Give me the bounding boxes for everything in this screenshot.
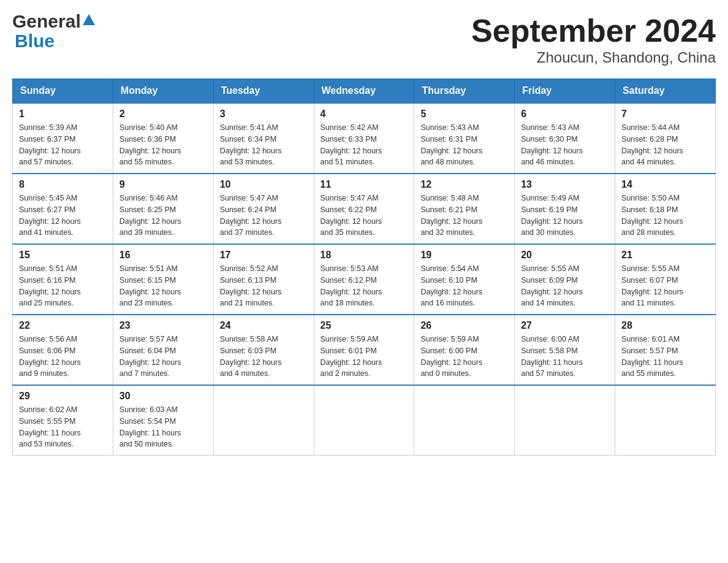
table-row: 6 Sunrise: 5:43 AMSunset: 6:30 PMDayligh… [515, 103, 615, 174]
table-row [615, 385, 716, 456]
table-row: 23 Sunrise: 5:57 AMSunset: 6:04 PMDaylig… [113, 315, 213, 385]
header-saturday: Saturday [615, 79, 716, 104]
day-info: Sunrise: 5:55 AMSunset: 6:09 PMDaylight:… [521, 263, 609, 309]
day-info: Sunrise: 5:48 AMSunset: 6:21 PMDaylight:… [420, 193, 508, 239]
table-row [314, 385, 414, 456]
day-number: 27 [521, 320, 609, 331]
day-number: 29 [19, 391, 107, 402]
day-info: Sunrise: 5:59 AMSunset: 6:00 PMDaylight:… [420, 334, 508, 380]
day-info: Sunrise: 5:59 AMSunset: 6:01 PMDaylight:… [320, 334, 408, 380]
header-wednesday: Wednesday [314, 79, 414, 104]
day-number: 14 [621, 179, 709, 190]
table-row: 21 Sunrise: 5:55 AMSunset: 6:07 PMDaylig… [615, 244, 716, 315]
table-row: 11 Sunrise: 5:47 AMSunset: 6:22 PMDaylig… [314, 174, 414, 244]
day-info: Sunrise: 5:57 AMSunset: 6:04 PMDaylight:… [119, 334, 207, 380]
table-row: 1 Sunrise: 5:39 AMSunset: 6:37 PMDayligh… [13, 103, 113, 174]
day-number: 19 [420, 250, 508, 261]
table-row: 20 Sunrise: 5:55 AMSunset: 6:09 PMDaylig… [515, 244, 615, 315]
day-info: Sunrise: 5:43 AMSunset: 6:30 PMDaylight:… [521, 122, 609, 168]
calendar-week-row: 15 Sunrise: 5:51 AMSunset: 6:16 PMDaylig… [13, 244, 716, 315]
header-friday: Friday [515, 79, 615, 104]
day-number: 30 [119, 391, 207, 402]
day-info: Sunrise: 5:56 AMSunset: 6:06 PMDaylight:… [19, 334, 107, 380]
day-number: 8 [19, 179, 107, 190]
day-info: Sunrise: 5:54 AMSunset: 6:10 PMDaylight:… [420, 263, 508, 309]
day-number: 16 [119, 250, 207, 261]
day-info: Sunrise: 6:01 AMSunset: 5:57 PMDaylight:… [621, 334, 709, 380]
day-number: 15 [19, 250, 107, 261]
logo: General Blue [12, 12, 95, 52]
day-number: 10 [220, 179, 308, 190]
table-row: 7 Sunrise: 5:44 AMSunset: 6:28 PMDayligh… [615, 103, 716, 174]
title-block: September 2024 Zhoucun, Shandong, China [471, 12, 716, 66]
table-row [515, 385, 615, 456]
table-row: 5 Sunrise: 5:43 AMSunset: 6:31 PMDayligh… [414, 103, 515, 174]
day-number: 23 [119, 320, 207, 331]
day-info: Sunrise: 5:47 AMSunset: 6:22 PMDaylight:… [320, 193, 408, 239]
calendar-subtitle: Zhoucun, Shandong, China [471, 49, 716, 66]
day-info: Sunrise: 5:43 AMSunset: 6:31 PMDaylight:… [420, 122, 508, 168]
table-row: 29 Sunrise: 6:02 AMSunset: 5:55 PMDaylig… [13, 385, 113, 456]
table-row: 13 Sunrise: 5:49 AMSunset: 6:19 PMDaylig… [515, 174, 615, 244]
table-row: 14 Sunrise: 5:50 AMSunset: 6:18 PMDaylig… [615, 174, 716, 244]
day-number: 22 [19, 320, 107, 331]
day-info: Sunrise: 5:40 AMSunset: 6:36 PMDaylight:… [119, 122, 207, 168]
table-row [414, 385, 515, 456]
day-info: Sunrise: 5:50 AMSunset: 6:18 PMDaylight:… [621, 193, 709, 239]
calendar-header-row: Sunday Monday Tuesday Wednesday Thursday… [13, 79, 716, 104]
day-number: 11 [320, 179, 408, 190]
day-info: Sunrise: 5:39 AMSunset: 6:37 PMDaylight:… [19, 122, 107, 168]
day-info: Sunrise: 5:51 AMSunset: 6:16 PMDaylight:… [19, 263, 107, 309]
day-number: 2 [119, 109, 207, 120]
logo-triangle-icon [83, 14, 95, 25]
day-number: 28 [621, 320, 709, 331]
day-number: 24 [220, 320, 308, 331]
day-number: 6 [521, 109, 609, 120]
day-info: Sunrise: 5:49 AMSunset: 6:19 PMDaylight:… [521, 193, 609, 239]
day-number: 21 [621, 250, 709, 261]
table-row: 25 Sunrise: 5:59 AMSunset: 6:01 PMDaylig… [314, 315, 414, 385]
calendar-table: Sunday Monday Tuesday Wednesday Thursday… [12, 79, 716, 456]
day-number: 17 [220, 250, 308, 261]
table-row: 27 Sunrise: 6:00 AMSunset: 5:58 PMDaylig… [515, 315, 615, 385]
calendar-week-row: 29 Sunrise: 6:02 AMSunset: 5:55 PMDaylig… [13, 385, 716, 456]
header-sunday: Sunday [13, 79, 113, 104]
header-monday: Monday [113, 79, 213, 104]
calendar-title: September 2024 [471, 12, 716, 49]
day-info: Sunrise: 5:45 AMSunset: 6:27 PMDaylight:… [19, 193, 107, 239]
day-info: Sunrise: 5:58 AMSunset: 6:03 PMDaylight:… [220, 334, 308, 380]
day-number: 4 [320, 109, 408, 120]
table-row: 28 Sunrise: 6:01 AMSunset: 5:57 PMDaylig… [615, 315, 716, 385]
logo-blue-text: Blue [15, 31, 55, 52]
day-info: Sunrise: 5:46 AMSunset: 6:25 PMDaylight:… [119, 193, 207, 239]
logo-general-text: General [12, 12, 81, 31]
day-info: Sunrise: 5:44 AMSunset: 6:28 PMDaylight:… [621, 122, 709, 168]
table-row: 15 Sunrise: 5:51 AMSunset: 6:16 PMDaylig… [13, 244, 113, 315]
calendar-week-row: 8 Sunrise: 5:45 AMSunset: 6:27 PMDayligh… [13, 174, 716, 244]
day-number: 13 [521, 179, 609, 190]
table-row: 12 Sunrise: 5:48 AMSunset: 6:21 PMDaylig… [414, 174, 515, 244]
header-thursday: Thursday [414, 79, 515, 104]
table-row: 26 Sunrise: 5:59 AMSunset: 6:00 PMDaylig… [414, 315, 515, 385]
day-info: Sunrise: 5:53 AMSunset: 6:12 PMDaylight:… [320, 263, 408, 309]
day-number: 9 [119, 179, 207, 190]
day-info: Sunrise: 5:47 AMSunset: 6:24 PMDaylight:… [220, 193, 308, 239]
day-info: Sunrise: 5:42 AMSunset: 6:33 PMDaylight:… [320, 122, 408, 168]
day-info: Sunrise: 5:55 AMSunset: 6:07 PMDaylight:… [621, 263, 709, 309]
day-info: Sunrise: 6:02 AMSunset: 5:55 PMDaylight:… [19, 404, 107, 450]
table-row: 24 Sunrise: 5:58 AMSunset: 6:03 PMDaylig… [213, 315, 314, 385]
day-info: Sunrise: 5:51 AMSunset: 6:15 PMDaylight:… [119, 263, 207, 309]
day-info: Sunrise: 6:03 AMSunset: 5:54 PMDaylight:… [119, 404, 207, 450]
table-row: 19 Sunrise: 5:54 AMSunset: 6:10 PMDaylig… [414, 244, 515, 315]
day-number: 3 [220, 109, 308, 120]
day-number: 12 [420, 179, 508, 190]
day-info: Sunrise: 5:52 AMSunset: 6:13 PMDaylight:… [220, 263, 308, 309]
table-row: 9 Sunrise: 5:46 AMSunset: 6:25 PMDayligh… [113, 174, 213, 244]
day-number: 18 [320, 250, 408, 261]
page-header: General Blue September 2024 Zhoucun, Sha… [12, 12, 716, 66]
table-row: 3 Sunrise: 5:41 AMSunset: 6:34 PMDayligh… [213, 103, 314, 174]
calendar-week-row: 22 Sunrise: 5:56 AMSunset: 6:06 PMDaylig… [13, 315, 716, 385]
day-number: 25 [320, 320, 408, 331]
table-row: 2 Sunrise: 5:40 AMSunset: 6:36 PMDayligh… [113, 103, 213, 174]
day-info: Sunrise: 6:00 AMSunset: 5:58 PMDaylight:… [521, 334, 609, 380]
